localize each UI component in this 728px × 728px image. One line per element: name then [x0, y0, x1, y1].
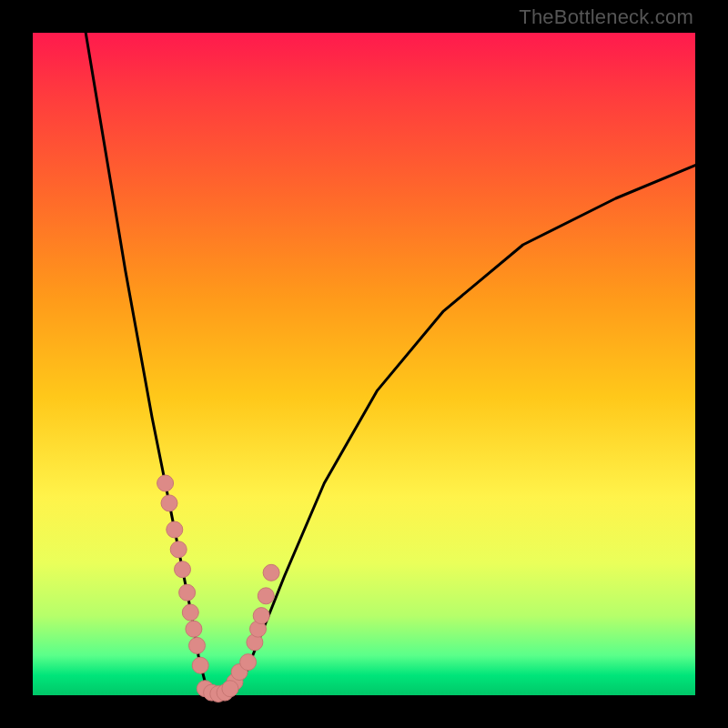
data-marker — [157, 475, 174, 491]
watermark-text: TheBottleneck.com — [519, 5, 693, 29]
data-marker — [161, 495, 177, 511]
data-marker — [179, 584, 196, 601]
chart-svg — [33, 33, 695, 695]
plot-area — [33, 33, 695, 695]
data-marker — [189, 637, 206, 653]
marker-cluster-left — [157, 475, 209, 673]
data-marker — [192, 657, 208, 673]
data-marker — [186, 621, 202, 637]
data-marker — [263, 564, 279, 581]
data-marker — [258, 588, 274, 604]
bottleneck-curve — [86, 33, 695, 695]
data-marker — [253, 608, 269, 624]
marker-cluster-right — [227, 564, 279, 690]
data-marker — [182, 604, 198, 621]
chart-frame: TheBottleneck.com — [0, 0, 728, 728]
data-marker — [222, 681, 238, 697]
data-marker — [167, 521, 183, 538]
data-marker — [175, 561, 191, 578]
data-marker — [240, 654, 257, 671]
data-marker — [170, 541, 187, 558]
marker-cluster-bottom — [197, 681, 238, 703]
